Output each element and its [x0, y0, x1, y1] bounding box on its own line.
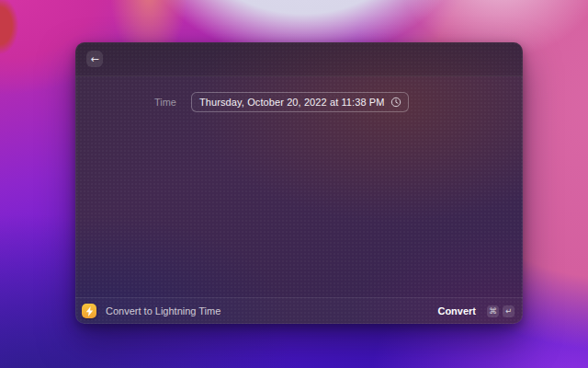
- clock-icon[interactable]: [390, 97, 401, 108]
- command-key-icon: ⌘: [487, 305, 499, 317]
- return-key-icon: ↵: [503, 305, 514, 317]
- time-form-row: Time Thursday, October 20, 2022 at 11:38…: [75, 92, 523, 112]
- datetime-value: Thursday, October 20, 2022 at 11:38 PM: [199, 97, 390, 108]
- datetime-input[interactable]: Thursday, October 20, 2022 at 11:38 PM: [191, 92, 409, 112]
- convert-button-label: Convert: [437, 305, 476, 316]
- time-field-label: Time: [75, 97, 176, 108]
- window-header: ←: [75, 42, 523, 76]
- lightning-bolt-icon: [85, 306, 94, 316]
- action-bar: Convert to Lightning Time Convert ⌘ ↵: [75, 297, 523, 324]
- command-title: Convert to Lightning Time: [106, 305, 220, 316]
- raycast-window: ← Time Thursday, October 20, 2022 at 11:…: [75, 42, 523, 324]
- convert-button[interactable]: Convert ⌘ ↵: [437, 305, 514, 317]
- back-button[interactable]: ←: [86, 51, 103, 67]
- lightning-extension-icon: [82, 304, 96, 318]
